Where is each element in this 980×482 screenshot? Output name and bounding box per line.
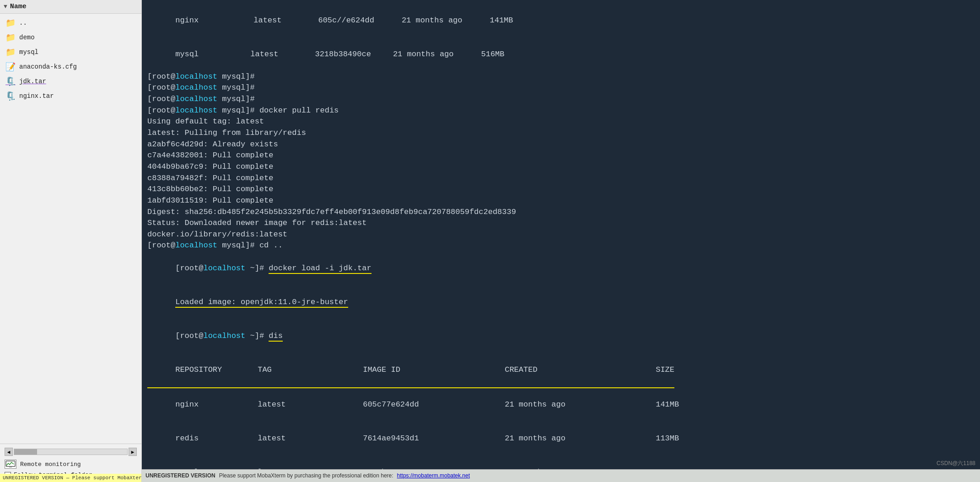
mysql-created-top: 21 months ago: [393, 50, 454, 59]
nginx-imgid: 605c//e624dd: [318, 16, 374, 25]
terminal-nginx-row: nginxlatest605c77e624dd21 months ago141M…: [147, 388, 975, 422]
unregistered-label: UNREGISTERED VERSION: [145, 472, 215, 480]
mysql-size-top: 516MB: [481, 50, 505, 59]
scroll-right-button[interactable]: ▶: [129, 448, 137, 456]
sidebar-item-jdk-label: jdk.tar: [19, 78, 46, 85]
terminal-layer6: 1abfd3011519: Pull complete: [147, 195, 975, 207]
sidebar-item-demo-label: demo: [19, 34, 35, 41]
sidebar-item-mysql[interactable]: 📁 mysql: [0, 45, 141, 59]
terminal-content: nginxlatest605c//e624dd21 months ago141M…: [142, 0, 980, 469]
folder-mysql-icon: 📁: [5, 47, 16, 57]
monitoring-label: Remote monitoring: [20, 461, 81, 468]
scroll-thumb[interactable]: [14, 449, 37, 455]
banner-message: —: [66, 475, 72, 481]
terminal-layer3: 4044b9ba67c9: Pull complete: [147, 161, 975, 173]
sidebar-scrollbar: ◀ ▶: [5, 448, 137, 456]
terminal-default-tag: Using default tag: latest: [147, 116, 975, 128]
terminal-status: Status: Downloaded newer image for redis…: [147, 218, 975, 229]
mysql-imgid-top: 3218b38490ce: [315, 50, 371, 59]
banner-detail: Please support MobaXterm by purchasing t…: [72, 475, 141, 481]
remote-monitoring-row[interactable]: Remote monitoring: [5, 460, 137, 469]
folder-demo-icon: 📁: [5, 32, 16, 43]
terminal-docker-pull: [root@localhost mysql]# docker pull redi…: [147, 105, 975, 117]
scroll-left-button[interactable]: ◀: [5, 448, 13, 456]
terminal-docker-url: docker.io/library/redis:latest: [147, 229, 975, 241]
sidebar-item-updir[interactable]: 📁 ..: [0, 16, 141, 30]
sidebar-item-nginx-label: nginx.tar: [19, 92, 54, 100]
terminal-layer5: 413c8bb60be2: Pull complete: [147, 184, 975, 195]
sidebar-collapse-arrow[interactable]: ▼: [4, 3, 7, 10]
terminal-layer2: c7a4e4382001: Pull complete: [147, 150, 975, 161]
status-url[interactable]: https://mobaterm.mobatek.net: [397, 472, 470, 480]
sidebar-item-mysql-label: mysql: [19, 48, 38, 56]
terminal-prompt-blank2: [root@localhost mysql]#: [147, 82, 975, 94]
nginx-repo: nginx: [175, 16, 199, 25]
terminal-line-nginx-top: nginxlatest605c//e624dd21 months ago141M…: [147, 4, 975, 37]
scroll-track[interactable]: [14, 449, 128, 455]
terminal-prompt-blank1: [root@localhost mysql]#: [147, 71, 975, 83]
sidebar-file-list: 📁 .. 📁 demo 📁 mysql 📝 anaconda-ks.cfg 🗜️…: [0, 14, 141, 444]
terminal-cd-dotdot: [root@localhost mysql]# cd ..: [147, 240, 975, 252]
sidebar-item-anaconda[interactable]: 📝 anaconda-ks.cfg: [0, 59, 141, 74]
watermark: CSDN@六1188: [937, 460, 975, 467]
terminal-line-mysql-top: mysqllatest3218b38490ce21 months ago516M…: [147, 37, 975, 71]
terminal-layer4: c8388a79482f: Pull complete: [147, 173, 975, 184]
file-jdk-icon: 🗜️: [5, 76, 16, 86]
unregistered-banner: UNREGISTERED VERSION — Please support Mo…: [0, 474, 141, 482]
terminal-panel[interactable]: nginxlatest605c//e624dd21 months ago141M…: [142, 0, 980, 482]
terminal-table-header: REPOSITORYTAGIMAGE IDCREATEDSIZE: [147, 353, 674, 388]
sidebar-item-jdk[interactable]: 🗜️ jdk.tar: [0, 74, 141, 89]
folder-up-icon: 📁: [5, 18, 16, 28]
svg-rect-1: [9, 466, 12, 467]
terminal-loaded-image: Loaded image: openjdk:11.0-jre-buster: [147, 285, 975, 319]
terminal-layer1: a2abf6c4d29d: Already exists: [147, 139, 975, 150]
bottom-status-bar: UNREGISTERED VERSION Please support Moba…: [142, 469, 980, 482]
watermark-text: CSDN@六1188: [937, 460, 975, 466]
monitor-svg: [5, 461, 16, 468]
terminal-digest: Digest: sha256:db485f2e245b5b3329fdc7eff…: [147, 207, 975, 218]
mysql-repo-top: mysql: [175, 50, 199, 59]
terminal-pulling-from: latest: Pulling from library/redis: [147, 128, 975, 139]
nginx-tag: latest: [253, 16, 281, 25]
sidebar-item-nginx[interactable]: 🗜️ nginx.tar: [0, 89, 141, 103]
mysql-tag-top: latest: [250, 50, 278, 59]
sidebar-item-updir-label: ..: [19, 19, 27, 27]
file-nginx-icon: 🗜️: [5, 91, 16, 101]
terminal-docker-load: [root@localhost ~]# docker load -i jdk.t…: [147, 252, 975, 285]
terminal-prompt-blank3: [root@localhost mysql]#: [147, 94, 975, 105]
file-anaconda-icon: 📝: [5, 62, 16, 72]
file-browser-sidebar: ▼ Name 📁 .. 📁 demo 📁 mysql 📝 anaconda-ks…: [0, 0, 142, 482]
terminal-mysql-row: mysqllatest3218b38490ce21 months ago516M…: [147, 456, 975, 469]
monitoring-icon: [5, 460, 16, 469]
sidebar-header-label: Name: [10, 3, 27, 11]
terminal-dis-cmd: [root@localhost ~]# dis: [147, 319, 975, 353]
sidebar-header: ▼ Name: [0, 0, 141, 14]
sidebar-item-demo[interactable]: 📁 demo: [0, 30, 141, 45]
nginx-size-top: 141MB: [490, 16, 513, 25]
nginx-created-top: 21 months ago: [402, 16, 463, 25]
status-message: Please support MobaXterm by purchasing t…: [219, 472, 393, 480]
sidebar-item-anaconda-label: anaconda-ks.cfg: [19, 63, 77, 70]
terminal-redis-row: redislatest7614ae9453d121 months ago113M…: [147, 422, 975, 456]
unregistered-text: UNREGISTERED VERSION: [3, 475, 63, 481]
